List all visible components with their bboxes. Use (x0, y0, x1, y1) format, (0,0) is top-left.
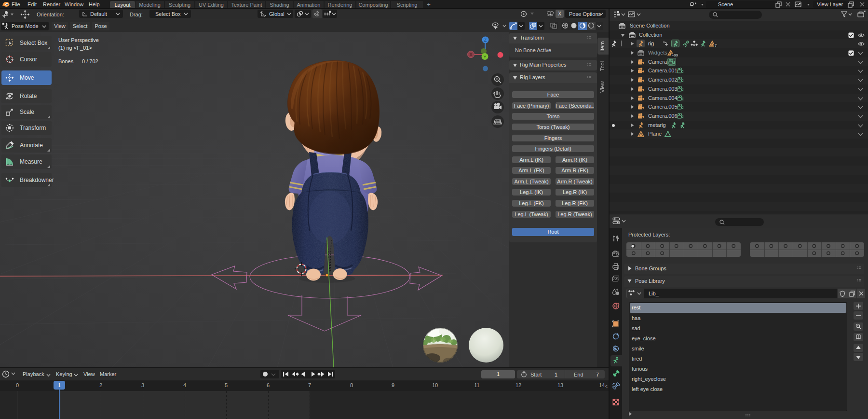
svg-text:+99: +99 (672, 53, 678, 57)
svg-text:7: 7 (715, 43, 717, 47)
svg-text:X: X (469, 52, 472, 57)
svg-text:Z: Z (484, 38, 487, 42)
svg-text:Y: Y (483, 55, 486, 59)
